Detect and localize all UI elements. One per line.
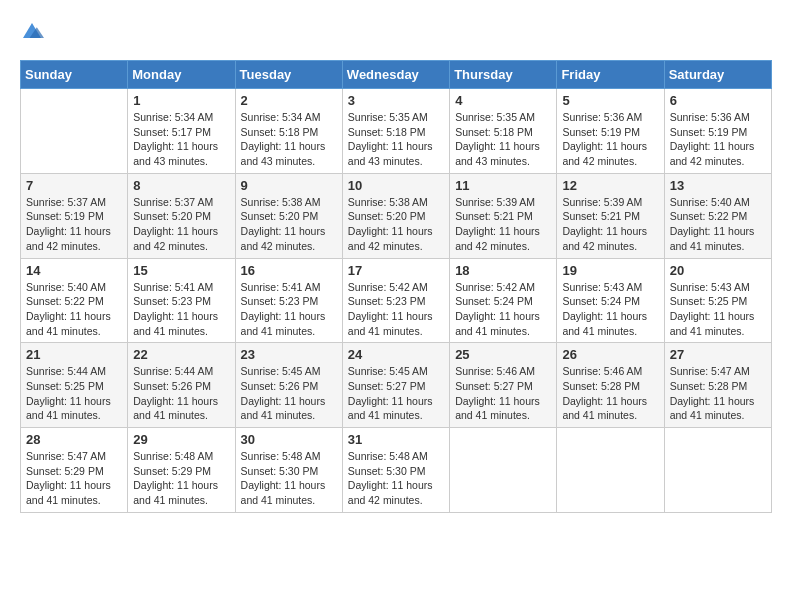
calendar-cell: 9Sunrise: 5:38 AM Sunset: 5:20 PM Daylig… bbox=[235, 173, 342, 258]
calendar-week-row: 7Sunrise: 5:37 AM Sunset: 5:19 PM Daylig… bbox=[21, 173, 772, 258]
day-number: 22 bbox=[133, 347, 229, 362]
day-number: 24 bbox=[348, 347, 444, 362]
day-number: 28 bbox=[26, 432, 122, 447]
calendar-cell: 24Sunrise: 5:45 AM Sunset: 5:27 PM Dayli… bbox=[342, 343, 449, 428]
day-info: Sunrise: 5:42 AM Sunset: 5:24 PM Dayligh… bbox=[455, 280, 551, 339]
day-number: 31 bbox=[348, 432, 444, 447]
calendar-cell: 3Sunrise: 5:35 AM Sunset: 5:18 PM Daylig… bbox=[342, 89, 449, 174]
day-info: Sunrise: 5:38 AM Sunset: 5:20 PM Dayligh… bbox=[241, 195, 337, 254]
day-info: Sunrise: 5:35 AM Sunset: 5:18 PM Dayligh… bbox=[455, 110, 551, 169]
day-number: 3 bbox=[348, 93, 444, 108]
calendar-cell: 6Sunrise: 5:36 AM Sunset: 5:19 PM Daylig… bbox=[664, 89, 771, 174]
calendar-cell: 2Sunrise: 5:34 AM Sunset: 5:18 PM Daylig… bbox=[235, 89, 342, 174]
day-info: Sunrise: 5:41 AM Sunset: 5:23 PM Dayligh… bbox=[241, 280, 337, 339]
calendar-cell: 15Sunrise: 5:41 AM Sunset: 5:23 PM Dayli… bbox=[128, 258, 235, 343]
day-info: Sunrise: 5:37 AM Sunset: 5:20 PM Dayligh… bbox=[133, 195, 229, 254]
day-number: 16 bbox=[241, 263, 337, 278]
day-info: Sunrise: 5:48 AM Sunset: 5:30 PM Dayligh… bbox=[348, 449, 444, 508]
weekday-header-tuesday: Tuesday bbox=[235, 61, 342, 89]
day-info: Sunrise: 5:34 AM Sunset: 5:17 PM Dayligh… bbox=[133, 110, 229, 169]
calendar-table: SundayMondayTuesdayWednesdayThursdayFrid… bbox=[20, 60, 772, 513]
logo bbox=[20, 20, 48, 44]
day-number: 4 bbox=[455, 93, 551, 108]
day-info: Sunrise: 5:46 AM Sunset: 5:27 PM Dayligh… bbox=[455, 364, 551, 423]
day-info: Sunrise: 5:45 AM Sunset: 5:27 PM Dayligh… bbox=[348, 364, 444, 423]
calendar-cell: 30Sunrise: 5:48 AM Sunset: 5:30 PM Dayli… bbox=[235, 428, 342, 513]
calendar-cell: 8Sunrise: 5:37 AM Sunset: 5:20 PM Daylig… bbox=[128, 173, 235, 258]
calendar-cell: 1Sunrise: 5:34 AM Sunset: 5:17 PM Daylig… bbox=[128, 89, 235, 174]
day-number: 11 bbox=[455, 178, 551, 193]
day-info: Sunrise: 5:36 AM Sunset: 5:19 PM Dayligh… bbox=[670, 110, 766, 169]
calendar-cell: 20Sunrise: 5:43 AM Sunset: 5:25 PM Dayli… bbox=[664, 258, 771, 343]
calendar-cell: 27Sunrise: 5:47 AM Sunset: 5:28 PM Dayli… bbox=[664, 343, 771, 428]
calendar-cell: 18Sunrise: 5:42 AM Sunset: 5:24 PM Dayli… bbox=[450, 258, 557, 343]
day-number: 7 bbox=[26, 178, 122, 193]
calendar-week-row: 21Sunrise: 5:44 AM Sunset: 5:25 PM Dayli… bbox=[21, 343, 772, 428]
day-number: 12 bbox=[562, 178, 658, 193]
day-number: 20 bbox=[670, 263, 766, 278]
day-number: 14 bbox=[26, 263, 122, 278]
calendar-week-row: 14Sunrise: 5:40 AM Sunset: 5:22 PM Dayli… bbox=[21, 258, 772, 343]
logo-icon bbox=[20, 20, 44, 44]
calendar-week-row: 28Sunrise: 5:47 AM Sunset: 5:29 PM Dayli… bbox=[21, 428, 772, 513]
day-number: 15 bbox=[133, 263, 229, 278]
calendar-cell bbox=[450, 428, 557, 513]
calendar-cell: 5Sunrise: 5:36 AM Sunset: 5:19 PM Daylig… bbox=[557, 89, 664, 174]
day-info: Sunrise: 5:43 AM Sunset: 5:25 PM Dayligh… bbox=[670, 280, 766, 339]
day-info: Sunrise: 5:37 AM Sunset: 5:19 PM Dayligh… bbox=[26, 195, 122, 254]
calendar-cell: 12Sunrise: 5:39 AM Sunset: 5:21 PM Dayli… bbox=[557, 173, 664, 258]
weekday-header-wednesday: Wednesday bbox=[342, 61, 449, 89]
calendar-cell: 17Sunrise: 5:42 AM Sunset: 5:23 PM Dayli… bbox=[342, 258, 449, 343]
calendar-cell: 16Sunrise: 5:41 AM Sunset: 5:23 PM Dayli… bbox=[235, 258, 342, 343]
calendar-cell: 21Sunrise: 5:44 AM Sunset: 5:25 PM Dayli… bbox=[21, 343, 128, 428]
weekday-header-monday: Monday bbox=[128, 61, 235, 89]
day-number: 30 bbox=[241, 432, 337, 447]
day-number: 26 bbox=[562, 347, 658, 362]
calendar-cell: 13Sunrise: 5:40 AM Sunset: 5:22 PM Dayli… bbox=[664, 173, 771, 258]
calendar-cell bbox=[21, 89, 128, 174]
day-info: Sunrise: 5:36 AM Sunset: 5:19 PM Dayligh… bbox=[562, 110, 658, 169]
day-info: Sunrise: 5:43 AM Sunset: 5:24 PM Dayligh… bbox=[562, 280, 658, 339]
day-info: Sunrise: 5:44 AM Sunset: 5:25 PM Dayligh… bbox=[26, 364, 122, 423]
day-info: Sunrise: 5:46 AM Sunset: 5:28 PM Dayligh… bbox=[562, 364, 658, 423]
calendar-week-row: 1Sunrise: 5:34 AM Sunset: 5:17 PM Daylig… bbox=[21, 89, 772, 174]
page-header bbox=[20, 20, 772, 44]
day-number: 21 bbox=[26, 347, 122, 362]
calendar-cell: 11Sunrise: 5:39 AM Sunset: 5:21 PM Dayli… bbox=[450, 173, 557, 258]
weekday-header-row: SundayMondayTuesdayWednesdayThursdayFrid… bbox=[21, 61, 772, 89]
day-info: Sunrise: 5:44 AM Sunset: 5:26 PM Dayligh… bbox=[133, 364, 229, 423]
day-info: Sunrise: 5:48 AM Sunset: 5:29 PM Dayligh… bbox=[133, 449, 229, 508]
day-info: Sunrise: 5:39 AM Sunset: 5:21 PM Dayligh… bbox=[562, 195, 658, 254]
day-number: 18 bbox=[455, 263, 551, 278]
day-info: Sunrise: 5:35 AM Sunset: 5:18 PM Dayligh… bbox=[348, 110, 444, 169]
day-number: 13 bbox=[670, 178, 766, 193]
day-number: 17 bbox=[348, 263, 444, 278]
day-number: 5 bbox=[562, 93, 658, 108]
calendar-cell: 22Sunrise: 5:44 AM Sunset: 5:26 PM Dayli… bbox=[128, 343, 235, 428]
day-info: Sunrise: 5:40 AM Sunset: 5:22 PM Dayligh… bbox=[26, 280, 122, 339]
calendar-cell: 14Sunrise: 5:40 AM Sunset: 5:22 PM Dayli… bbox=[21, 258, 128, 343]
calendar-cell: 29Sunrise: 5:48 AM Sunset: 5:29 PM Dayli… bbox=[128, 428, 235, 513]
day-info: Sunrise: 5:48 AM Sunset: 5:30 PM Dayligh… bbox=[241, 449, 337, 508]
day-info: Sunrise: 5:40 AM Sunset: 5:22 PM Dayligh… bbox=[670, 195, 766, 254]
day-info: Sunrise: 5:47 AM Sunset: 5:29 PM Dayligh… bbox=[26, 449, 122, 508]
day-info: Sunrise: 5:38 AM Sunset: 5:20 PM Dayligh… bbox=[348, 195, 444, 254]
day-info: Sunrise: 5:39 AM Sunset: 5:21 PM Dayligh… bbox=[455, 195, 551, 254]
day-number: 9 bbox=[241, 178, 337, 193]
day-number: 19 bbox=[562, 263, 658, 278]
calendar-cell: 4Sunrise: 5:35 AM Sunset: 5:18 PM Daylig… bbox=[450, 89, 557, 174]
day-info: Sunrise: 5:42 AM Sunset: 5:23 PM Dayligh… bbox=[348, 280, 444, 339]
calendar-cell: 25Sunrise: 5:46 AM Sunset: 5:27 PM Dayli… bbox=[450, 343, 557, 428]
day-number: 6 bbox=[670, 93, 766, 108]
calendar-cell bbox=[557, 428, 664, 513]
calendar-cell: 28Sunrise: 5:47 AM Sunset: 5:29 PM Dayli… bbox=[21, 428, 128, 513]
day-number: 2 bbox=[241, 93, 337, 108]
day-number: 8 bbox=[133, 178, 229, 193]
calendar-cell bbox=[664, 428, 771, 513]
day-info: Sunrise: 5:34 AM Sunset: 5:18 PM Dayligh… bbox=[241, 110, 337, 169]
weekday-header-friday: Friday bbox=[557, 61, 664, 89]
weekday-header-saturday: Saturday bbox=[664, 61, 771, 89]
day-number: 27 bbox=[670, 347, 766, 362]
day-info: Sunrise: 5:45 AM Sunset: 5:26 PM Dayligh… bbox=[241, 364, 337, 423]
day-number: 25 bbox=[455, 347, 551, 362]
